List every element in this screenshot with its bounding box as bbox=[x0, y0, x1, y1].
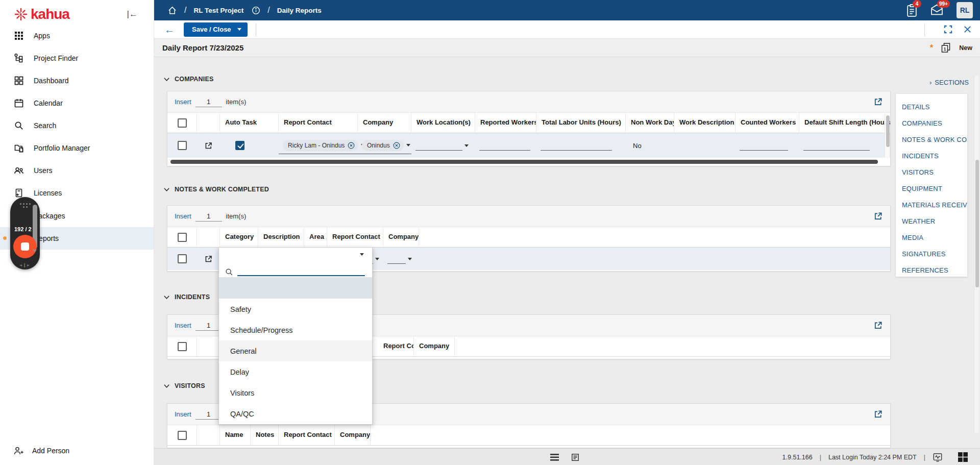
category-option[interactable]: Delay bbox=[219, 361, 372, 382]
tasks-button[interactable]: 4 bbox=[905, 4, 919, 17]
dropdown-caret-icon[interactable] bbox=[464, 144, 469, 147]
reported-workers-cell[interactable] bbox=[475, 140, 536, 151]
horizontal-scrollbar[interactable] bbox=[170, 160, 878, 164]
new-record-button[interactable]: New bbox=[959, 44, 972, 52]
sidebar-item-apps[interactable]: Apps bbox=[0, 25, 154, 47]
back-arrow-button[interactable]: ← bbox=[164, 25, 175, 35]
insert-link[interactable]: Insert bbox=[175, 322, 191, 329]
section-nav-link[interactable]: INCIDENTS bbox=[902, 148, 967, 164]
category-option[interactable]: Schedule/Progress bbox=[219, 320, 372, 340]
sidebar-item-project-finder[interactable]: Project Finder bbox=[0, 47, 154, 69]
collapse-sidebar-icon[interactable]: |← bbox=[127, 9, 138, 19]
sidebar-item-users[interactable]: Users bbox=[0, 159, 154, 182]
section-nav-link[interactable]: WEATHER bbox=[902, 213, 967, 230]
work-locations-cell[interactable] bbox=[411, 140, 475, 151]
select-all-checkbox[interactable] bbox=[178, 233, 187, 242]
category-option[interactable]: Safety bbox=[219, 299, 372, 320]
insert-count-input[interactable] bbox=[195, 409, 222, 420]
chip-remove-icon[interactable] bbox=[348, 142, 355, 149]
breadcrumb-app[interactable]: Daily Reports bbox=[277, 7, 322, 14]
log-document-icon[interactable] bbox=[571, 453, 579, 461]
section-header-incidents[interactable]: INCIDENTS bbox=[163, 293, 210, 301]
insert-count-input[interactable] bbox=[195, 321, 222, 331]
recorder-drag-handle-icon[interactable] bbox=[19, 203, 31, 208]
companies-row[interactable]: Ricky Lam - Onindus Onindus No bbox=[167, 133, 890, 158]
insert-count-input[interactable] bbox=[195, 211, 222, 222]
select-all-checkbox[interactable] bbox=[178, 431, 187, 440]
section-nav-link[interactable]: EQUIPMENT bbox=[902, 181, 967, 197]
row-checkbox[interactable] bbox=[178, 141, 187, 150]
select-all-checkbox[interactable] bbox=[178, 342, 187, 351]
open-record-icon[interactable] bbox=[204, 141, 213, 150]
section-nav-link[interactable]: MEDIA bbox=[902, 230, 967, 246]
non-work-day-cell[interactable]: No bbox=[626, 142, 674, 150]
diagnostics-icon[interactable] bbox=[933, 452, 943, 462]
sections-panel-toggle[interactable]: › SECTIONS bbox=[929, 79, 969, 86]
dropdown-caret-icon[interactable] bbox=[360, 253, 364, 256]
recorder-playback-controls[interactable]: ◂❙▸ bbox=[20, 263, 31, 267]
save-close-dropdown-icon[interactable] bbox=[237, 28, 241, 31]
section-header-notes[interactable]: NOTES & WORK COMPLETED bbox=[163, 186, 269, 193]
sidebar-item-calendar[interactable]: Calendar bbox=[0, 92, 154, 114]
dropdown-caret-icon[interactable] bbox=[375, 258, 379, 260]
category-option[interactable]: QA/QC bbox=[219, 403, 372, 424]
select-all-checkbox[interactable] bbox=[178, 118, 187, 128]
copies-icon[interactable]: 1 bbox=[940, 42, 952, 53]
section-header-companies[interactable]: COMPANIES bbox=[163, 76, 214, 83]
fullscreen-icon[interactable] bbox=[943, 25, 953, 34]
dropdown-caret-icon[interactable] bbox=[408, 258, 412, 260]
company-chip[interactable]: Onindus bbox=[362, 140, 404, 151]
section-header-visitors[interactable]: VISITORS bbox=[163, 382, 205, 389]
save-close-button[interactable]: Save / Close bbox=[184, 22, 248, 37]
add-person-label: Add Person bbox=[32, 447, 69, 455]
vertical-scrollbar[interactable] bbox=[885, 113, 890, 158]
counted-workers-cell[interactable] bbox=[736, 140, 799, 151]
total-labor-units-cell[interactable] bbox=[536, 140, 626, 151]
close-icon[interactable] bbox=[963, 25, 972, 34]
row-checkbox[interactable] bbox=[178, 254, 187, 263]
open-in-new-icon[interactable] bbox=[873, 409, 883, 419]
page-vertical-scrollbar[interactable] bbox=[974, 76, 979, 433]
open-record-icon[interactable] bbox=[204, 255, 213, 263]
chip-remove-icon[interactable] bbox=[393, 142, 400, 149]
open-in-new-icon[interactable] bbox=[873, 211, 883, 221]
sidebar-item-search[interactable]: Search bbox=[0, 114, 154, 137]
auto-task-checkbox[interactable] bbox=[235, 141, 244, 150]
menu-hamburger-icon[interactable] bbox=[550, 454, 559, 461]
insert-link[interactable]: Insert bbox=[175, 212, 191, 220]
dropdown-caret-icon[interactable] bbox=[406, 144, 410, 146]
category-option-blank[interactable] bbox=[219, 277, 372, 299]
category-option[interactable]: General bbox=[219, 340, 372, 361]
section-nav-link[interactable]: NOTES & WORK CO... bbox=[902, 132, 967, 148]
section-nav-link[interactable]: COMPANIES bbox=[902, 115, 967, 132]
add-person-button[interactable]: Add Person bbox=[0, 440, 69, 461]
insert-count-input[interactable] bbox=[195, 97, 222, 107]
messages-button[interactable]: 99+ bbox=[930, 4, 943, 17]
project-info-icon[interactable] bbox=[252, 6, 260, 15]
section-nav-link[interactable]: REFERENCES bbox=[902, 262, 967, 279]
insert-link[interactable]: Insert bbox=[175, 410, 191, 418]
recorder-arrow-down-icon[interactable] bbox=[33, 250, 37, 252]
insert-link[interactable]: Insert bbox=[175, 98, 191, 106]
section-nav-link[interactable]: VISITORS bbox=[902, 164, 967, 181]
windows-logo-icon[interactable] bbox=[958, 452, 968, 462]
section-nav-link[interactable]: SIGNATURES bbox=[902, 246, 967, 262]
section-nav-link[interactable]: MATERIALS RECEIV... bbox=[902, 197, 967, 213]
sections-collapse-icon: › bbox=[929, 79, 932, 86]
recorder-stop-button[interactable] bbox=[13, 235, 37, 258]
category-combo-editor[interactable] bbox=[219, 248, 372, 261]
category-search-input[interactable] bbox=[237, 264, 365, 276]
section-nav-link[interactable]: DETAILS bbox=[902, 99, 967, 115]
company-cell[interactable] bbox=[383, 254, 419, 264]
category-option[interactable]: Visitors bbox=[219, 382, 372, 403]
open-in-new-icon[interactable] bbox=[873, 97, 883, 107]
screen-recorder-widget[interactable]: 192 / 2 ◂❙▸ bbox=[10, 197, 40, 270]
sidebar-item-portfolio-manager[interactable]: Portfolio Manager bbox=[0, 137, 154, 159]
default-shift-length-cell[interactable] bbox=[799, 140, 891, 151]
report-contact-chip[interactable]: Ricky Lam - Onindus bbox=[283, 140, 358, 151]
open-in-new-icon[interactable] bbox=[873, 321, 883, 330]
home-icon[interactable] bbox=[167, 6, 177, 15]
sidebar-item-dashboard[interactable]: Dashboard bbox=[0, 69, 154, 92]
breadcrumb-project[interactable]: RL Test Project bbox=[193, 7, 243, 14]
user-avatar[interactable]: RL bbox=[957, 2, 973, 18]
